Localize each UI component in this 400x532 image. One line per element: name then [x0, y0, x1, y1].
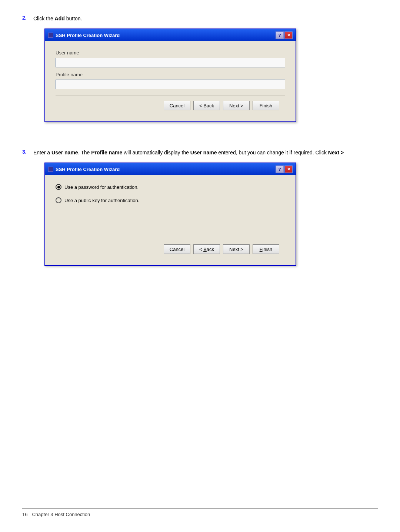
dialog-2-close-button[interactable]: ✕: [284, 165, 293, 173]
dialog-1-title-buttons: ? ✕: [276, 31, 293, 39]
step-3-bold2: Profile name: [91, 150, 122, 155]
radio-publickey-label: Use a public key for authentication.: [64, 198, 139, 203]
step-3-text: Enter a User name. The Profile name will…: [33, 149, 378, 157]
user-name-label: User name: [56, 50, 285, 56]
dialog-2-title-left: SSH Profile Creation Wizard: [48, 167, 120, 172]
dialog-1-title-left: SSH Profile Creation Wizard: [48, 33, 120, 38]
step-3-bold3: User name: [190, 150, 217, 155]
radio-publickey-circle[interactable]: [56, 197, 61, 203]
dialog-1-next-button[interactable]: Next >: [223, 101, 250, 110]
page-footer: 16 Chapter 3 Host Connection: [22, 508, 378, 517]
step-2-bold: Add: [55, 16, 65, 21]
footer-page-number: 16: [22, 512, 27, 517]
radio-item-password[interactable]: Use a password for authentication.: [56, 184, 285, 190]
dialog-2: SSH Profile Creation Wizard ? ✕ Use a pa…: [44, 163, 296, 266]
dialog-2-cancel-button[interactable]: Cancel: [164, 244, 190, 254]
dialog-2-spacer: [56, 211, 285, 233]
dialog-2-back-button[interactable]: < Back: [193, 244, 220, 254]
dialog-1-cancel-button[interactable]: Cancel: [164, 101, 190, 110]
step-2-text-after: button.: [65, 16, 82, 21]
step-2-number: 2.: [22, 15, 33, 23]
dialog-1-finish-button[interactable]: Finish: [253, 101, 279, 110]
dialog-1: SSH Profile Creation Wizard ? ✕ User nam…: [44, 29, 296, 122]
step-3-bold1: User name: [51, 150, 78, 155]
dialog-2-body: Use a password for authentication. Use a…: [45, 175, 296, 265]
dialog-2-footer: Cancel < Back Next > Finish: [56, 239, 285, 259]
radio-item-publickey[interactable]: Use a public key for authentication.: [56, 197, 285, 203]
dialog-1-back-button[interactable]: < Back: [193, 101, 220, 110]
dialog-2-finish-button[interactable]: Finish: [253, 244, 279, 254]
dialog-1-icon: [48, 33, 53, 38]
finish-underline-f: F: [260, 103, 263, 108]
dialog-2-help-button[interactable]: ?: [276, 165, 284, 173]
profile-name-label: Profile name: [56, 72, 285, 77]
finish2-underline-f: F: [260, 247, 263, 252]
step-3-number: 3.: [22, 149, 33, 157]
back-underline-b: B: [203, 103, 207, 108]
dialog-1-body: User name Profile name Cancel < Back Nex…: [45, 41, 296, 121]
step-3-line: 3. Enter a User name. The Profile name w…: [22, 149, 378, 157]
footer-chapter: Chapter 3 Host Connection: [32, 512, 90, 517]
dialog-2-title-buttons: ? ✕: [276, 165, 293, 173]
user-name-input[interactable]: [56, 58, 285, 67]
dialog-1-titlebar: SSH Profile Creation Wizard ? ✕: [45, 29, 296, 41]
step-2-line: 2. Click the Add button.: [22, 15, 378, 23]
step-3-block: 3. Enter a User name. The Profile name w…: [22, 149, 378, 279]
dialog-1-footer: Cancel < Back Next > Finish: [56, 95, 285, 116]
dialog-2-icon: [48, 167, 53, 172]
profile-name-input[interactable]: [56, 80, 285, 89]
step-3-bold4: Next >: [328, 150, 344, 155]
back2-underline-b: B: [203, 247, 207, 252]
radio-group: Use a password for authentication. Use a…: [56, 184, 285, 203]
radio-password-circle[interactable]: [56, 184, 61, 190]
dialog-1-close-button[interactable]: ✕: [284, 31, 293, 39]
radio-password-label: Use a password for authentication.: [64, 184, 139, 190]
dialog-2-titlebar: SSH Profile Creation Wizard ? ✕: [45, 163, 296, 175]
dialog-2-title-text: SSH Profile Creation Wizard: [56, 167, 120, 172]
dialog-1-help-button[interactable]: ?: [276, 31, 284, 39]
step-2-block: 2. Click the Add button. SSH Profile Cre…: [22, 15, 378, 135]
dialog-1-title-text: SSH Profile Creation Wizard: [56, 33, 120, 38]
dialog-2-next-button[interactable]: Next >: [223, 244, 250, 254]
step-2-text: Click the Add button.: [33, 15, 378, 23]
